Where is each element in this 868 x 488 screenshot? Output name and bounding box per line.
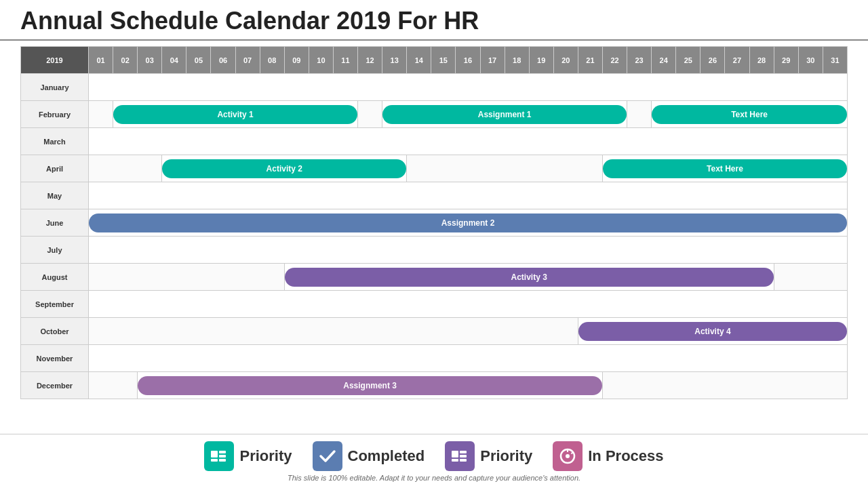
month-february: February	[21, 101, 89, 128]
august-activity3-cell: Activity 3	[284, 264, 774, 291]
april-gap2	[407, 155, 603, 182]
september-cells	[89, 291, 848, 318]
legend-item-priority1: Priority	[204, 441, 292, 471]
day-18: 18	[505, 47, 529, 74]
day-03: 03	[138, 47, 162, 74]
svg-rect-3	[219, 455, 226, 458]
day-09: 09	[284, 47, 309, 74]
day-17: 17	[480, 47, 505, 74]
month-july: July	[21, 237, 89, 264]
legend-label-priority2: Priority	[480, 447, 532, 465]
day-06: 06	[211, 47, 235, 74]
august-gap2	[774, 264, 847, 291]
svg-rect-9	[460, 459, 467, 462]
svg-rect-1	[211, 459, 218, 462]
activity2-bar: Activity 2	[162, 159, 406, 178]
svg-rect-2	[219, 451, 226, 453]
svg-rect-5	[452, 451, 458, 458]
day-08: 08	[260, 47, 284, 74]
month-may: May	[21, 182, 89, 209]
calendar-container: 2019 01 02 03 04 05 06 07 08 09 10 11 12…	[0, 41, 868, 434]
august-gap1	[89, 264, 285, 291]
svg-rect-4	[219, 459, 226, 462]
feb-assignment1-cell: Assignment 1	[382, 101, 627, 128]
row-may: May	[21, 182, 848, 209]
day-20: 20	[553, 47, 578, 74]
april-gap1	[89, 155, 162, 182]
day-19: 19	[529, 47, 553, 74]
day-05: 05	[186, 47, 211, 74]
activity1-bar: Activity 1	[113, 105, 357, 124]
row-december: December Assignment 3	[21, 372, 848, 399]
texthere1-bar: Text Here	[652, 105, 847, 124]
header-row: 2019 01 02 03 04 05 06 07 08 09 10 11 12…	[21, 47, 848, 74]
day-04: 04	[162, 47, 186, 74]
row-february: February Activity 1 Assignment 1	[21, 101, 848, 128]
march-cells	[89, 128, 848, 155]
month-november: November	[21, 345, 89, 372]
feb-day12	[358, 101, 382, 128]
feb-day23	[627, 101, 652, 128]
day-25: 25	[676, 47, 701, 74]
page-title: Annual Schedule Calendar 2019 For HR	[20, 7, 479, 35]
legend-label-inprocess: In Process	[588, 447, 663, 465]
may-cells	[89, 182, 848, 209]
footer-caption: This slide is 100% editable. Adapt it to…	[288, 474, 580, 482]
october-activity4-cell: Activity 4	[578, 318, 847, 345]
month-august: August	[21, 264, 89, 291]
svg-line-13	[572, 452, 574, 454]
day-24: 24	[652, 47, 676, 74]
april-texthere2-cell: Text Here	[602, 155, 847, 182]
year-header: 2019	[21, 47, 89, 74]
row-january: January	[21, 74, 848, 101]
svg-rect-7	[460, 451, 467, 453]
row-july: July	[21, 237, 848, 264]
assignment3-bar: Assignment 3	[138, 376, 602, 395]
day-07: 07	[235, 47, 260, 74]
month-september: September	[21, 291, 89, 318]
legend-item-inprocess: In Process	[553, 441, 663, 471]
day-16: 16	[456, 47, 480, 74]
activity3-bar: Activity 3	[285, 268, 774, 287]
row-august: August Activity 3	[21, 264, 848, 291]
day-28: 28	[749, 47, 774, 74]
assignment2-bar: Assignment 2	[89, 214, 847, 232]
day-29: 29	[774, 47, 798, 74]
completed-icon	[313, 441, 342, 471]
october-gap1	[89, 318, 578, 345]
day-27: 27	[725, 47, 749, 74]
row-october: October Activity 4	[21, 318, 848, 345]
month-march: March	[21, 128, 89, 155]
assignment1-bar: Assignment 1	[382, 105, 627, 124]
december-gap1	[89, 372, 138, 399]
feb-day1	[89, 101, 113, 128]
priority1-icon	[204, 441, 234, 471]
svg-rect-6	[452, 459, 458, 462]
activity4-bar: Activity 4	[578, 322, 847, 341]
december-gap2	[602, 372, 847, 399]
inprocess-icon	[553, 441, 583, 471]
calendar-table: 2019 01 02 03 04 05 06 07 08 09 10 11 12…	[20, 46, 848, 399]
day-13: 13	[382, 47, 407, 74]
july-cells	[89, 237, 848, 264]
texthere2-bar: Text Here	[603, 159, 847, 178]
row-june: June Assignment 2	[21, 209, 848, 237]
title-section: Annual Schedule Calendar 2019 For HR	[0, 0, 868, 41]
day-31: 31	[823, 47, 847, 74]
svg-point-11	[566, 454, 570, 458]
day-22: 22	[602, 47, 627, 74]
day-02: 02	[113, 47, 138, 74]
day-30: 30	[798, 47, 823, 74]
day-14: 14	[407, 47, 431, 74]
day-01: 01	[89, 47, 113, 74]
row-september: September	[21, 291, 848, 318]
svg-rect-8	[460, 455, 467, 458]
page-wrapper: Annual Schedule Calendar 2019 For HR 201…	[0, 0, 868, 488]
day-11: 11	[333, 47, 357, 74]
legend-row: Priority Completed	[204, 441, 663, 471]
day-10: 10	[309, 47, 333, 74]
month-october: October	[21, 318, 89, 345]
january-cells	[89, 74, 848, 101]
november-cells	[89, 345, 848, 372]
day-23: 23	[627, 47, 652, 74]
